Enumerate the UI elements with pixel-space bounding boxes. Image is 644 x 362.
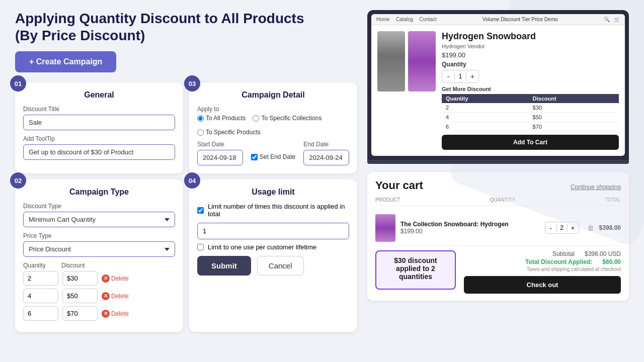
table-row: 2 $30 <box>442 103 619 113</box>
laptop-screen: Home Catalog Contact Volume Discount Tie… <box>371 14 625 156</box>
subtotal-row: Subtotal $398.00 USD <box>464 250 621 257</box>
product-price: $199.00 <box>442 51 619 59</box>
campaign-type-card: 02 Campaign Type Discount Type Minimum C… <box>15 179 183 332</box>
qty-row-1: ✕ Delete <box>23 271 175 286</box>
snowboard-img-grey <box>377 31 405 92</box>
discount-applied-value: $60.00 <box>602 258 621 265</box>
delete-button-1[interactable]: ✕ Delete <box>102 275 129 283</box>
end-date-input[interactable] <box>303 150 349 165</box>
usage-limit-checkbox-1-label: Limit number of times this discount is a… <box>208 203 349 218</box>
discount-title-label: Discount Title <box>23 106 175 113</box>
cart-item-info: The Collection Snowboard: Hydrogen $199.… <box>400 221 540 235</box>
radio-specific-products[interactable]: To Specific Products <box>197 129 261 136</box>
table-row: 6 $70 <box>442 122 619 131</box>
start-date-input[interactable] <box>197 150 243 165</box>
table-cell-discount-2: $50 <box>529 112 619 122</box>
tooltip-label: Add ToolTip <box>23 135 175 142</box>
discount-title-group: Discount Title <box>23 106 175 130</box>
cart-columns: PRODUCT QUANTITY TOTAL <box>375 197 621 206</box>
laptop-base <box>367 160 629 164</box>
apply-to-options: To All Products To Specific Collections … <box>197 115 349 136</box>
delete-button-2[interactable]: ✕ Delete <box>102 292 129 300</box>
x-icon-3: ✕ <box>102 310 110 318</box>
delete-button-3[interactable]: ✕ Delete <box>102 310 129 318</box>
qty-input-2[interactable] <box>23 289 58 303</box>
trash-icon[interactable]: 🗑 <box>587 224 594 232</box>
radio-specific-collections[interactable]: To Specific Collections <box>253 115 321 122</box>
vendor-name: Hydrogen Vendor <box>442 43 619 49</box>
discount-input-1[interactable] <box>62 271 98 286</box>
nav-home[interactable]: Home <box>376 17 390 22</box>
nav-contact[interactable]: Contact <box>419 17 436 22</box>
cart-icon[interactable]: 🛒 <box>614 17 620 22</box>
discount-applied-box: $30 discountapplied to 2 quantities <box>375 250 456 290</box>
subtotal-value: $398.00 USD <box>585 250 621 257</box>
apply-to-group: Apply to To All Products To Specific Col… <box>197 106 349 136</box>
cart-qty-plus[interactable]: + <box>568 222 579 233</box>
usage-limit-input[interactable] <box>197 223 349 239</box>
search-icon[interactable]: 🔍 <box>604 17 610 22</box>
browser-nav: Home Catalog Contact <box>376 17 437 22</box>
start-date-label: Start Date <box>197 141 243 148</box>
table-cell-qty-2: 4 <box>442 112 529 122</box>
snowboard-img-purple <box>408 31 436 92</box>
discount-applied-row: Total Discount Applied: $60.00 <box>464 258 621 265</box>
table-header-discount: Discount <box>529 94 619 103</box>
page-title: Applying Quantity Discount to All Produc… <box>15 10 357 44</box>
qty-value: 1 <box>454 72 466 81</box>
action-buttons: Submit Cancel <box>197 256 349 276</box>
create-campaign-button[interactable]: + Create Campaign <box>15 51 116 72</box>
cart-item-image <box>375 214 395 242</box>
set-end-date-checkbox-label[interactable]: Set End Date <box>251 153 295 160</box>
quantity-label: Quantity <box>442 61 619 68</box>
price-type-select[interactable]: Price Discount <box>23 241 175 257</box>
cart-qty-minus[interactable]: - <box>545 222 556 233</box>
qty-input-1[interactable] <box>23 271 58 286</box>
step-badge-2: 02 <box>10 172 26 189</box>
discount-type-select[interactable]: Minimum Cart Quantity <box>23 212 175 227</box>
radio-all-products[interactable]: To All Products <box>197 115 246 122</box>
qty-plus-button[interactable]: + <box>466 70 478 82</box>
discount-applied-label: Total Discount Applied: <box>525 258 592 265</box>
table-cell-discount-1: $30 <box>529 103 619 113</box>
cart-subtotals-area: Subtotal $398.00 USD Total Discount Appl… <box>464 250 621 294</box>
discount-input-3[interactable] <box>62 306 98 321</box>
usage-limit-checkbox-2[interactable] <box>197 244 204 250</box>
submit-button[interactable]: Submit <box>197 256 251 276</box>
add-to-cart-button[interactable]: Add To Cart <box>442 135 619 150</box>
cart-qty-val: 2 <box>556 224 568 231</box>
continue-shopping-link[interactable]: Continue shopping <box>571 184 621 191</box>
col-product: PRODUCT <box>375 197 400 203</box>
step-badge-1: 01 <box>10 75 26 92</box>
set-end-date-checkbox[interactable] <box>251 154 258 160</box>
cart-item-row: The Collection Snowboard: Hydrogen $199.… <box>375 210 621 246</box>
campaign-detail-card: 03 Campaign Detail Apply to To All Produ… <box>189 82 357 173</box>
qty-input-3[interactable] <box>23 306 58 321</box>
step-badge-4: 04 <box>184 172 200 189</box>
campaign-type-title: Campaign Type <box>23 188 175 197</box>
discount-title-input[interactable] <box>23 115 175 130</box>
usage-limit-title: Usage limit <box>197 188 349 197</box>
quantity-col-header: Quantity <box>23 262 58 269</box>
price-type-label: Price Type <box>23 232 175 239</box>
cart-title: Your cart <box>375 179 423 192</box>
tooltip-group: Add ToolTip <box>23 135 175 160</box>
qty-minus-button[interactable]: - <box>442 70 454 82</box>
get-more-discount-label: Get More Discount <box>442 86 619 92</box>
usage-limit-checkbox-1[interactable] <box>197 207 204 214</box>
usage-limit-checkbox-1-row: Limit number of times this discount is a… <box>197 203 349 218</box>
cart-item-total: $398.00 <box>599 224 621 231</box>
qty-row-3: ✕ Delete <box>23 306 175 321</box>
discount-col-header: Discount <box>61 262 97 269</box>
discount-input-2[interactable] <box>62 289 98 303</box>
tooltip-input[interactable] <box>23 144 175 160</box>
checkout-button[interactable]: Check out <box>464 276 621 294</box>
cart-section: Your cart Continue shopping PRODUCT QUAN… <box>367 172 629 301</box>
col-quantity: QUANTITY <box>490 197 516 203</box>
discount-type-label: Discount Type <box>23 203 175 210</box>
dates-row: Start Date Set End Date End Date <box>197 141 349 165</box>
cancel-button[interactable]: Cancel <box>257 256 304 276</box>
table-cell-qty-1: 2 <box>442 103 529 113</box>
start-date-group: Start Date <box>197 141 243 165</box>
nav-catalog[interactable]: Catalog <box>396 17 413 22</box>
